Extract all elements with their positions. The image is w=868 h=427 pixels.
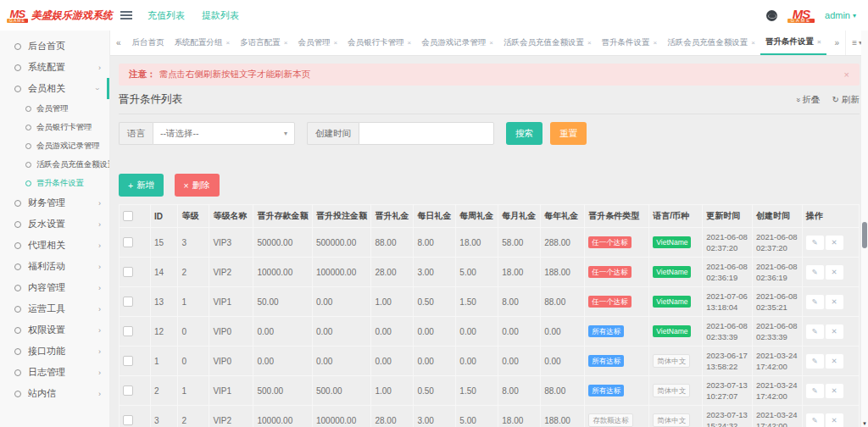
edit-button[interactable]: ✎	[806, 324, 824, 339]
sidebar-item-logs[interactable]: 日志管理›	[0, 362, 109, 383]
edit-button[interactable]: ✎	[806, 354, 824, 369]
cell-value: 8.00	[414, 228, 456, 258]
sidebar-item-system-config[interactable]: 系统配置›	[0, 57, 109, 78]
language-badge: VietName	[653, 266, 691, 278]
delete-row-button[interactable]: ✕	[826, 236, 843, 250]
tabs-scroll-right-icon[interactable]: »	[829, 30, 846, 55]
scroll-down-arrow-icon[interactable]: ▼	[861, 421, 868, 426]
sidebar-item-welfare[interactable]: 福利活动›	[0, 256, 109, 277]
cell-value: 1.00	[371, 376, 414, 406]
sidebar-item-interface[interactable]: 接口功能›	[0, 341, 109, 362]
date-line: 2021-06-08	[756, 231, 798, 242]
search-button[interactable]: 搜索	[506, 122, 542, 145]
tab-close-icon[interactable]: ×	[489, 39, 493, 47]
edit-button[interactable]: ✎	[806, 384, 824, 398]
sidebar-item-home[interactable]: 后台首页	[0, 36, 109, 57]
sidebar-subitem-active-member-recharge[interactable]: 活跃会员充值金额设置	[0, 155, 109, 174]
sidebar-item-agent[interactable]: 代理相关›	[0, 235, 109, 256]
row-checkbox[interactable]	[123, 326, 133, 336]
sidebar-item-content[interactable]: 内容管理›	[0, 277, 109, 298]
column-header: 等级名称	[209, 205, 253, 228]
edit-button[interactable]: ✎	[806, 413, 824, 427]
brand-logo[interactable]: MS GAME 美盛娱乐游戏系统	[0, 0, 110, 30]
delete-row-button[interactable]: ✕	[826, 265, 843, 280]
delete-button[interactable]: × 删除	[175, 174, 220, 197]
tab-close-icon[interactable]: ×	[751, 39, 755, 47]
row-checkbox[interactable]	[123, 385, 133, 396]
topnav-recharge-list[interactable]: 充值列表	[147, 9, 185, 22]
row-checkbox[interactable]	[123, 237, 133, 247]
scrollbar-thumb[interactable]	[862, 222, 867, 248]
collapse-button[interactable]: » 折叠	[796, 94, 821, 106]
language-select[interactable]: --请选择-- ▾	[153, 122, 295, 145]
sidebar-subitem-promotion-condition[interactable]: 晋升条件设置	[0, 174, 109, 192]
row-checkbox[interactable]	[123, 267, 133, 277]
column-header: 更新时间	[703, 205, 753, 228]
cell-value: VIP2	[209, 258, 253, 287]
tabs-scroll-left-icon[interactable]: «	[110, 30, 127, 55]
tab-close-icon[interactable]: ×	[817, 38, 821, 46]
tab-promotion-condition[interactable]: 晋升条件设置×	[597, 30, 663, 55]
delete-row-button[interactable]: ✕	[826, 413, 843, 427]
tab-member-bank-card[interactable]: 会员银行卡管理×	[342, 30, 416, 55]
sidebar-item-label: 福利活动	[28, 260, 65, 273]
cell-value: 1	[178, 287, 209, 317]
cell-value: 3.00	[414, 258, 456, 287]
sidebar-toggle-icon[interactable]	[120, 11, 132, 19]
tab-member-game-records[interactable]: 会员游戏记录管理×	[416, 30, 498, 55]
table-header-checkbox-cell	[120, 205, 151, 228]
tab-close-icon[interactable]: ×	[226, 39, 231, 47]
sidebar-subitem-member-manage[interactable]: 会员管理	[0, 99, 109, 118]
tab-close-icon[interactable]: ×	[284, 39, 288, 47]
delete-row-button[interactable]: ✕	[826, 384, 843, 398]
tab-multi-language-config[interactable]: 多语言配置×	[235, 30, 292, 55]
column-header: 晋升存款金额	[253, 205, 312, 228]
tab-active-member-recharge-2[interactable]: 活跃会员充值金额设置×	[662, 30, 760, 55]
sidebar-item-permission[interactable]: 权限设置›	[0, 319, 109, 341]
page-scrollbar[interactable]: ▼	[861, 30, 868, 427]
add-button[interactable]: + 新增	[119, 174, 164, 197]
row-checkbox[interactable]	[123, 415, 133, 425]
sidebar-item-operation-tools[interactable]: 运营工具›	[0, 298, 109, 319]
select-all-checkbox[interactable]	[123, 211, 133, 221]
create-time-input[interactable]	[359, 122, 494, 145]
tab-member-manage[interactable]: 会员管理×	[292, 30, 342, 55]
cell-value: 14	[150, 258, 178, 287]
sidebar-item-site-mail[interactable]: 站内信›	[0, 383, 109, 404]
tab-system-config-group[interactable]: 系统配置分组×	[170, 30, 236, 55]
tab-close-icon[interactable]: ×	[587, 39, 592, 47]
tab-close-icon[interactable]: ×	[333, 39, 337, 47]
table-row: 131VIP150.000.001.000.501.508.0088.00任一个…	[120, 287, 860, 317]
tab-close-icon[interactable]: ×	[408, 39, 412, 47]
edit-button[interactable]: ✎	[806, 265, 824, 280]
cell-value: 2	[178, 406, 209, 427]
sidebar-subitem-member-game-records[interactable]: 会员游戏记录管理	[0, 136, 109, 155]
sidebar-item-member-related[interactable]: 会员相关›	[0, 78, 109, 99]
delete-row-button[interactable]: ✕	[826, 295, 843, 309]
time-line: 17:42:00	[756, 420, 798, 427]
notice-close-icon[interactable]: ×	[844, 69, 849, 80]
reset-button[interactable]: 重置	[550, 122, 587, 145]
row-checkbox[interactable]	[123, 297, 133, 307]
refresh-button[interactable]: ↻ 刷新	[832, 94, 860, 106]
tab-close-icon[interactable]: ×	[654, 39, 658, 47]
tab-home[interactable]: 后台首页	[127, 30, 170, 55]
row-checkbox[interactable]	[123, 356, 133, 366]
time-line: 15:24:32	[706, 420, 748, 427]
sidebar-subitem-member-bank-card[interactable]: 会员银行卡管理	[0, 118, 109, 136]
cell-language: VietName	[649, 258, 703, 287]
tab-active-member-recharge[interactable]: 活跃会员充值金额设置×	[498, 30, 597, 55]
panel-tools: » 折叠 ↻ 刷新	[796, 94, 860, 106]
tab-promotion-condition-2[interactable]: 晋升条件设置×	[760, 30, 826, 55]
topnav-withdraw-list[interactable]: 提款列表	[202, 9, 239, 22]
globe-icon[interactable]	[766, 10, 777, 21]
cell-updated-time: 2021-07-0613:18:04	[703, 287, 753, 317]
sidebar-item-label: 内容管理	[28, 281, 65, 294]
sidebar-item-rebate[interactable]: 反水设置›	[0, 214, 109, 235]
edit-button[interactable]: ✎	[806, 236, 824, 250]
delete-row-button[interactable]: ✕	[826, 324, 843, 339]
user-menu[interactable]: admin ▾	[825, 10, 856, 20]
delete-row-button[interactable]: ✕	[826, 354, 843, 369]
sidebar-item-finance[interactable]: 财务管理›	[0, 192, 109, 214]
edit-button[interactable]: ✎	[806, 295, 824, 309]
